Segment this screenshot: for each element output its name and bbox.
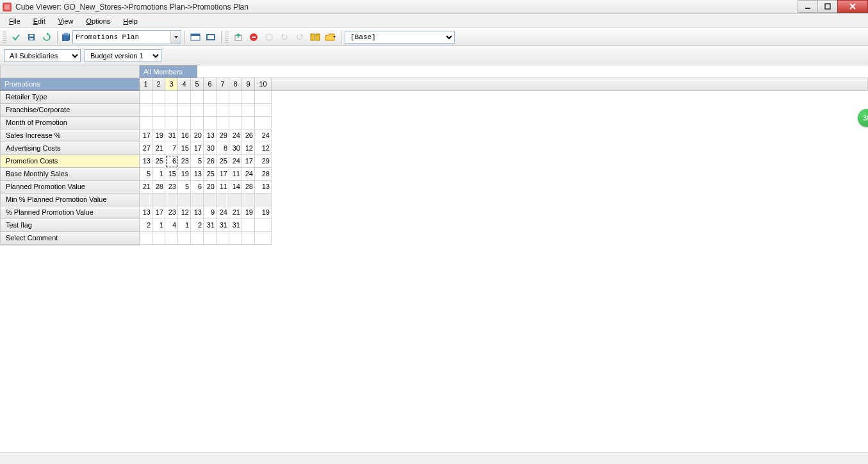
data-cell[interactable]: 12 xyxy=(255,142,272,155)
data-cell[interactable] xyxy=(217,194,229,206)
check-button[interactable] xyxy=(9,30,23,44)
data-cell[interactable]: 30 xyxy=(229,142,242,155)
data-cell[interactable] xyxy=(152,104,165,117)
data-cell[interactable]: 25 xyxy=(204,168,217,181)
data-cell[interactable]: 31 xyxy=(165,129,178,142)
data-cell[interactable]: 13 xyxy=(204,129,217,142)
close-button[interactable] xyxy=(837,0,868,13)
data-cell[interactable]: 21 xyxy=(229,206,242,219)
data-cell[interactable]: 27 xyxy=(140,142,152,155)
data-cell[interactable] xyxy=(178,104,191,117)
menu-file[interactable]: File xyxy=(3,15,27,27)
data-cell[interactable]: 17 xyxy=(191,142,204,155)
column-header[interactable]: 7 xyxy=(217,78,229,91)
data-cell[interactable]: 21 xyxy=(152,142,165,155)
data-cell[interactable] xyxy=(204,194,217,206)
data-cell[interactable] xyxy=(152,194,165,206)
subsidiaries-select[interactable]: All Subsidiaries xyxy=(4,49,81,62)
maximize-button[interactable] xyxy=(817,0,838,13)
save-button[interactable] xyxy=(24,30,38,44)
data-cell[interactable]: 5 xyxy=(191,155,204,168)
data-cell[interactable]: 31 xyxy=(217,219,229,232)
data-cell[interactable] xyxy=(229,91,242,104)
view-button-2[interactable] xyxy=(204,30,218,44)
menu-options[interactable]: Options xyxy=(79,15,117,27)
data-cell[interactable] xyxy=(255,219,272,232)
data-cell[interactable] xyxy=(229,194,242,206)
base-select[interactable]: [Base] xyxy=(345,31,455,44)
data-cell[interactable]: 5 xyxy=(178,181,191,194)
data-cell[interactable]: 19 xyxy=(152,129,165,142)
data-cell[interactable] xyxy=(140,117,152,129)
data-cell[interactable]: 12 xyxy=(178,206,191,219)
data-cell[interactable]: 17 xyxy=(242,155,255,168)
data-cell[interactable]: 15 xyxy=(178,142,191,155)
row-label[interactable]: Select Comment xyxy=(0,232,140,245)
data-cell[interactable]: 1 xyxy=(152,219,165,232)
data-cell[interactable] xyxy=(217,117,229,129)
data-cell[interactable]: 25 xyxy=(152,155,165,168)
data-cell[interactable]: 26 xyxy=(242,129,255,142)
data-cell[interactable]: 20 xyxy=(191,129,204,142)
data-cell[interactable]: 24 xyxy=(229,129,242,142)
export-button[interactable] xyxy=(231,30,245,44)
data-cell[interactable] xyxy=(204,104,217,117)
row-label[interactable]: Franchise/Corporate xyxy=(0,104,140,117)
menu-view[interactable]: View xyxy=(52,15,80,27)
data-cell[interactable]: 19 xyxy=(178,168,191,181)
data-cell[interactable]: 14 xyxy=(229,181,242,194)
data-cell[interactable] xyxy=(165,91,178,104)
column-header[interactable]: 8 xyxy=(229,78,242,91)
data-cell[interactable]: 1 xyxy=(152,168,165,181)
column-header[interactable]: 9 xyxy=(242,78,255,91)
data-cell[interactable]: 6 xyxy=(191,181,204,194)
row-label[interactable]: Sales Increase % xyxy=(0,129,140,142)
data-cell[interactable]: 6 xyxy=(165,155,178,168)
data-cell[interactable]: 1 xyxy=(178,219,191,232)
data-cell[interactable] xyxy=(242,219,255,232)
data-cell[interactable]: 24 xyxy=(217,206,229,219)
data-cell[interactable]: 26 xyxy=(204,155,217,168)
data-cell[interactable]: 24 xyxy=(242,168,255,181)
dimensions-button[interactable] xyxy=(308,30,322,44)
data-cell[interactable] xyxy=(140,91,152,104)
data-cell[interactable] xyxy=(217,232,229,245)
data-cell[interactable]: 11 xyxy=(229,168,242,181)
data-cell[interactable]: 15 xyxy=(165,168,178,181)
data-cell[interactable] xyxy=(140,104,152,117)
data-cell[interactable]: 13 xyxy=(191,206,204,219)
data-cell[interactable] xyxy=(255,117,272,129)
data-cell[interactable] xyxy=(178,194,191,206)
data-cell[interactable]: 19 xyxy=(242,206,255,219)
row-label[interactable]: Advertising Costs xyxy=(0,142,140,155)
data-cell[interactable]: 11 xyxy=(217,181,229,194)
data-cell[interactable] xyxy=(229,104,242,117)
data-cell[interactable] xyxy=(191,117,204,129)
data-cell[interactable]: 23 xyxy=(165,181,178,194)
menu-help[interactable]: Help xyxy=(117,15,144,27)
cube-name-dropdown[interactable]: Promotions Plan xyxy=(72,30,181,44)
data-cell[interactable]: 13 xyxy=(191,168,204,181)
data-cell[interactable] xyxy=(178,117,191,129)
data-cell[interactable] xyxy=(242,232,255,245)
data-cell[interactable] xyxy=(178,91,191,104)
data-cell[interactable] xyxy=(165,117,178,129)
data-cell[interactable]: 25 xyxy=(217,155,229,168)
data-cell[interactable] xyxy=(255,104,272,117)
column-header[interactable]: 1 xyxy=(140,78,152,91)
data-cell[interactable]: 31 xyxy=(229,219,242,232)
data-cell[interactable] xyxy=(191,104,204,117)
column-header[interactable]: 6 xyxy=(204,78,217,91)
data-cell[interactable] xyxy=(217,104,229,117)
column-header[interactable]: 10 xyxy=(255,78,272,91)
view-button-1[interactable] xyxy=(188,30,202,44)
menu-edit[interactable]: Edit xyxy=(27,15,52,27)
data-cell[interactable] xyxy=(165,104,178,117)
data-cell[interactable]: 17 xyxy=(152,206,165,219)
data-cell[interactable]: 5 xyxy=(140,168,152,181)
data-cell[interactable] xyxy=(204,232,217,245)
data-cell[interactable]: 17 xyxy=(217,168,229,181)
stop-button[interactable] xyxy=(247,30,261,44)
chevron-down-icon[interactable] xyxy=(170,31,181,44)
data-cell[interactable] xyxy=(242,194,255,206)
